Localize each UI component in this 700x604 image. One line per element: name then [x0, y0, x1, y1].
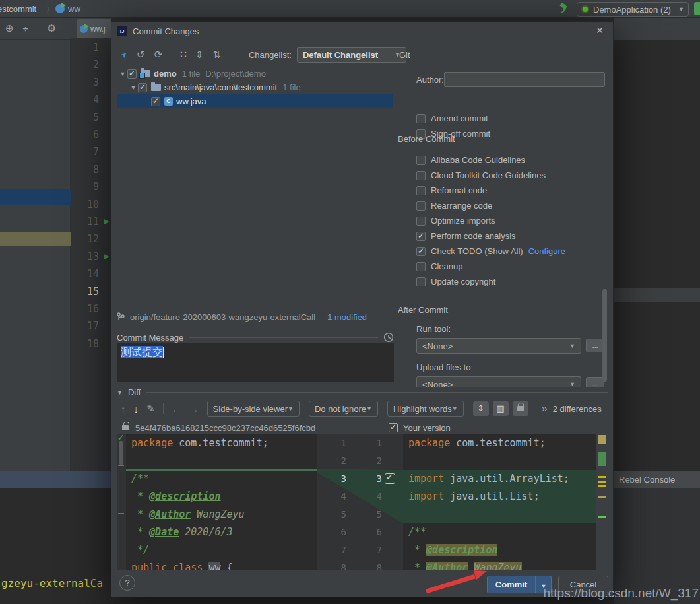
- help-button[interactable]: ?: [119, 575, 135, 591]
- highlight-mode-select[interactable]: Highlight words ▼: [387, 401, 464, 417]
- sync-scroll-toggle[interactable]: ▥: [493, 401, 509, 416]
- option-label: Rearrange code: [431, 201, 492, 211]
- code-line: * @Author WangZeyu: [126, 506, 317, 523]
- editor-line-number: 8: [79, 164, 99, 176]
- locate-target-icon[interactable]: ⊕: [5, 22, 14, 34]
- diff-right-pane[interactable]: package com.testcommit;import java.util.…: [403, 434, 596, 570]
- show-diff-icon[interactable]: ➤: [119, 49, 130, 60]
- editor-line-number: 17: [79, 320, 99, 332]
- run-tool-select[interactable]: <None> ▼: [416, 338, 581, 354]
- upload-files-select[interactable]: <None> ▼: [416, 376, 581, 387]
- editor-line-number: 11: [79, 216, 99, 228]
- tree-row-demo[interactable]: ▼ demo 1 file D:\project\demo: [117, 67, 393, 81]
- left-line-numbers: 12345678: [317, 434, 346, 570]
- settings-gear-icon[interactable]: ⚙: [48, 22, 56, 34]
- tree-expand-icon[interactable]: ▼: [118, 71, 127, 77]
- option-checkbox[interactable]: [416, 201, 426, 211]
- option-checkbox[interactable]: [416, 156, 426, 165]
- next-difference-icon[interactable]: ↓: [134, 403, 139, 415]
- collapse-unchanged-toggle[interactable]: ⇕: [473, 401, 489, 416]
- fold-marker[interactable]: [118, 513, 124, 514]
- option-checkbox[interactable]: [416, 186, 426, 195]
- diff-section-header[interactable]: ▼ Diff: [117, 387, 608, 397]
- previous-difference-icon[interactable]: ↑: [121, 403, 126, 415]
- breadcrumb-file[interactable]: ww: [68, 4, 80, 14]
- build-hammer-icon[interactable]: [557, 3, 569, 15]
- stripe-mark: [598, 476, 606, 478]
- option-checkbox[interactable]: [416, 262, 426, 271]
- checkbox-src[interactable]: [138, 83, 147, 92]
- before-commit-item[interactable]: Cloud Toolkit Code Guidelines: [416, 168, 608, 183]
- dialog-titlebar[interactable]: IJ Commit Changes ✕: [111, 22, 613, 40]
- close-icon[interactable]: ✕: [596, 25, 604, 36]
- diff-left-gutter: ✓: [117, 434, 126, 570]
- read-only-lock-toggle[interactable]: [513, 401, 528, 416]
- before-commit-item[interactable]: Check TODO (Show All)Configure: [416, 244, 608, 259]
- options-scrollbar[interactable]: [602, 289, 607, 382]
- before-commit-item[interactable]: Optimize imports: [416, 213, 608, 228]
- option-checkbox[interactable]: [416, 277, 426, 286]
- checkbox-ww-java[interactable]: [151, 97, 160, 106]
- your-version-row: Your version: [389, 423, 451, 433]
- fold-marker[interactable]: [118, 465, 124, 466]
- previous-change-icon[interactable]: ←: [172, 403, 181, 415]
- collapse-all-icon[interactable]: ⇅: [212, 49, 221, 61]
- checkbox-demo[interactable]: [127, 69, 137, 79]
- option-checkbox[interactable]: [416, 217, 426, 226]
- amend-commit-row[interactable]: Amend commit: [416, 114, 488, 123]
- whitespace-mode-select[interactable]: Do not ignore ▼: [309, 401, 378, 417]
- before-commit-item[interactable]: Update copyright: [416, 274, 608, 289]
- option-checkbox[interactable]: [416, 171, 426, 180]
- code-segment: *: [131, 526, 149, 538]
- commit-message-input[interactable]: 测试提交: [117, 343, 394, 382]
- your-version-checkbox[interactable]: [389, 423, 398, 432]
- before-commit-item[interactable]: Perform code analysis: [416, 228, 608, 244]
- project-highlighted-row[interactable]: [0, 232, 71, 246]
- upload-files-browse-button[interactable]: ...: [586, 377, 604, 387]
- before-commit-item[interactable]: Rearrange code: [416, 198, 608, 213]
- modified-count-link[interactable]: 1 modified: [327, 312, 367, 322]
- tab-rebel-console[interactable]: Rebel Console: [614, 471, 700, 488]
- tree-expand-icon[interactable]: ▼: [129, 84, 138, 91]
- run-line-icon[interactable]: ▶: [104, 252, 110, 261]
- tool-window-bar-left: [0, 471, 111, 488]
- commit-button[interactable]: Commit: [487, 576, 536, 593]
- diff-scrollbar-thumb[interactable]: [119, 441, 123, 465]
- history-clock-icon[interactable]: [383, 332, 394, 343]
- edit-source-icon[interactable]: ✎: [146, 403, 155, 415]
- run-configuration-select[interactable]: DemoApplication (2) ▼: [577, 2, 689, 17]
- collapse-arrow-icon[interactable]: ▼: [117, 389, 123, 396]
- project-selected-row[interactable]: [0, 189, 71, 205]
- run-tool-browse-button[interactable]: ...: [586, 339, 604, 352]
- viewer-mode-select[interactable]: Side-by-side viewer ▼: [207, 401, 300, 417]
- refresh-icon[interactable]: ⟳: [154, 49, 163, 61]
- option-checkbox[interactable]: [416, 247, 426, 256]
- before-commit-item[interactable]: Cleanup: [416, 259, 608, 274]
- collapse-all-icon[interactable]: ÷: [23, 23, 28, 34]
- configure-link[interactable]: Configure: [528, 246, 565, 256]
- tree-row-src[interactable]: ▼ src\main\java\com\testcommit 1 file: [117, 81, 393, 94]
- include-change-checkbox[interactable]: [385, 473, 395, 484]
- more-options-chevron-icon[interactable]: »: [542, 403, 548, 415]
- hide-panel-icon[interactable]: —: [65, 23, 75, 34]
- rollback-icon[interactable]: ↺: [137, 49, 145, 61]
- expand-all-icon[interactable]: ⇕: [195, 49, 204, 61]
- code-line: package com.testcommit;: [403, 434, 596, 452]
- option-checkbox[interactable]: [416, 232, 426, 241]
- before-commit-header: Before Commit: [398, 134, 608, 144]
- tree-row-ww-java[interactable]: C ww.java: [117, 94, 393, 108]
- status-bar-branch[interactable]: gzeyu-externalCa: [1, 577, 103, 589]
- run-button-fragment[interactable]: [694, 2, 700, 15]
- diff-left-pane[interactable]: package com.testcommit;/** * @descriptio…: [126, 434, 317, 570]
- before-commit-item[interactable]: Reformat code: [416, 183, 608, 198]
- author-input[interactable]: [444, 72, 605, 87]
- editor-tab-ww-java[interactable]: ww.j: [77, 19, 111, 39]
- group-by-icon[interactable]: ∷: [180, 49, 186, 61]
- next-change-icon[interactable]: →: [189, 403, 199, 415]
- breadcrumb-project[interactable]: estcommit: [0, 4, 36, 14]
- diff-error-stripe[interactable]: [596, 434, 608, 570]
- run-line-icon[interactable]: ▶: [104, 217, 110, 226]
- before-commit-item[interactable]: Alibaba Code Guidelines: [416, 152, 608, 168]
- amend-checkbox[interactable]: [416, 114, 426, 123]
- changelist-select[interactable]: Default Changelist ▼: [297, 47, 406, 63]
